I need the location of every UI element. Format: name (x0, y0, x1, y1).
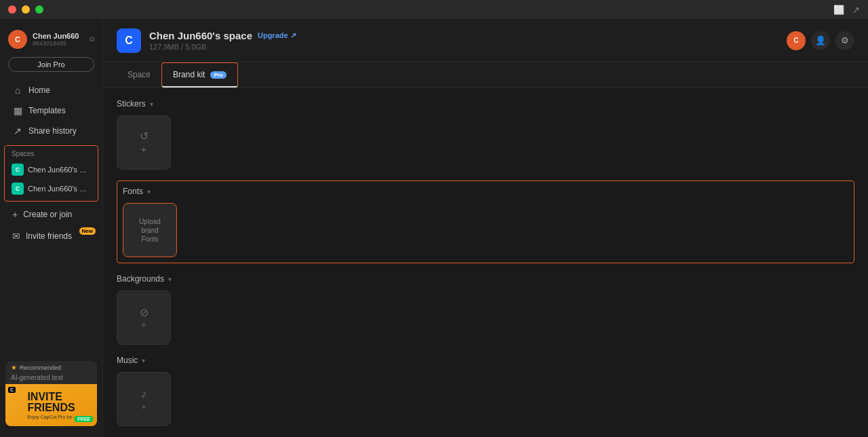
user-name: Chen Jun660 (33, 32, 84, 40)
stickers-section: Stickers ▾ ↺ + (117, 99, 854, 170)
templates-icon: ▦ (12, 105, 23, 116)
nav-item-home[interactable]: ⌂ Home (3, 80, 100, 100)
nav-home-label: Home (28, 86, 50, 95)
promo-enjoy-label: Enjoy CapCut Pro for - (27, 415, 75, 419)
user-section: C Chen Jun660 8643018495 ⧉ (0, 24, 102, 57)
header-actions: C 👤 ⚙ (787, 31, 854, 50)
maximize-button[interactable] (35, 5, 43, 14)
spaces-label: Spaces (7, 149, 95, 160)
join-pro-button[interactable]: Join Pro (8, 57, 94, 72)
promo-recommended: ★ Recommended (5, 361, 97, 374)
fonts-chevron: ▾ (147, 188, 151, 195)
sticker-add-card[interactable]: ↺ + (117, 115, 171, 170)
music-chevron: ▾ (142, 357, 145, 364)
space-storage: 127.9MB / 5.0GB (149, 43, 787, 51)
space-item-2[interactable]: C Chen Jun660's sp... (7, 179, 95, 198)
share-history-icon: ↗ (12, 126, 23, 136)
tab-brand-kit[interactable]: Brand kit Pro (161, 62, 238, 88)
space-avatar-1: C (12, 164, 24, 176)
backgrounds-grid: ⊘ + (117, 290, 854, 345)
invite-friends-label: Invite friends (26, 231, 72, 241)
backgrounds-title: Backgrounds (117, 274, 164, 284)
music-add-card[interactable]: ♪ + (117, 372, 171, 426)
promo-image: C INVITE FRIENDS Enjoy CapCut Pro for - … (5, 384, 97, 426)
tab-brand-kit-label: Brand kit (173, 70, 205, 79)
user-info: Chen Jun660 8643018495 (33, 32, 84, 47)
sticker-add-icon: + (140, 144, 146, 156)
background-add-card[interactable]: ⊘ + (117, 290, 171, 345)
stickers-chevron: ▾ (150, 100, 153, 108)
font-upload-card[interactable]: Upload brand Fonts (123, 203, 177, 257)
create-join-label: Create or join (23, 210, 72, 219)
sidebar: C Chen Jun660 8643018495 ⧉ Join Pro ⌂ Ho… (0, 19, 103, 437)
members-icon[interactable]: 👤 (811, 31, 830, 50)
minimize-button[interactable] (22, 5, 30, 14)
arrow-icon: ↗ (852, 5, 860, 15)
star-icon: ★ (11, 364, 17, 371)
space-header-info: Chen Jun660's space Upgrade ↗ 127.9MB / … (149, 30, 787, 51)
space-header-name: Chen Jun660's space Upgrade ↗ (149, 30, 787, 41)
titlebar: ⬜ ↗ (0, 0, 868, 19)
nav-item-share-history[interactable]: ↗ Share history (3, 121, 100, 141)
space-name-2: Chen Jun660's sp... (28, 185, 89, 193)
bg-add-icon: + (141, 320, 146, 330)
fonts-header: Fonts ▾ (123, 187, 848, 196)
fonts-section: Fonts ▾ Upload brand Fonts (117, 180, 854, 263)
promo-text-area: C INVITE FRIENDS Enjoy CapCut Pro for - … (5, 384, 97, 426)
header-avatar: C (787, 31, 806, 50)
space-name-header: Chen Jun660's space (149, 30, 252, 41)
invite-icon: ✉ (12, 231, 20, 242)
nav-templates-label: Templates (28, 106, 66, 115)
sticker-icon: ↺ (140, 130, 149, 142)
invite-friends-item[interactable]: ✉ Invite friends New (3, 226, 100, 246)
backgrounds-header: Backgrounds ▾ (117, 274, 854, 284)
backgrounds-section: Backgrounds ▾ ⊘ + (117, 274, 854, 345)
promo-logo: C (8, 387, 16, 393)
upload-line1: Upload (139, 218, 161, 225)
music-header: Music ▾ (117, 356, 854, 365)
music-grid: ♪ + (117, 372, 854, 426)
content-header: C Chen Jun660's space Upgrade ↗ 127.9MB … (103, 19, 868, 62)
space-item-1[interactable]: C Chen Jun660's sp... (7, 160, 95, 179)
fonts-grid: Upload brand Fonts (123, 203, 848, 257)
music-add-icon: + (141, 402, 146, 412)
promo-recommended-label: Recommended (20, 364, 61, 371)
space-avatar-2: C (12, 183, 24, 195)
bg-icon: ⊘ (140, 306, 149, 319)
music-section: Music ▾ ♪ + (117, 356, 854, 426)
music-icon: ♪ (141, 387, 147, 401)
promo-free-badge: FREE (75, 416, 93, 422)
promo-sub-label: AI-generated text (5, 374, 97, 384)
music-title: Music (117, 356, 138, 365)
upload-line3: Fonts (141, 235, 158, 243)
backgrounds-chevron: ▾ (168, 276, 172, 283)
plus-icon: + (12, 209, 18, 220)
content-area: C Chen Jun660's space Upgrade ↗ 127.9MB … (103, 19, 868, 437)
stickers-header: Stickers ▾ (117, 99, 854, 109)
promo-card[interactable]: ★ Recommended AI-generated text C INVITE… (5, 361, 97, 426)
nav-item-templates[interactable]: ▦ Templates (3, 100, 100, 121)
close-button[interactable] (8, 5, 16, 14)
create-join-item[interactable]: + Create or join (3, 204, 100, 225)
tab-space[interactable]: Space (117, 63, 161, 88)
upgrade-link[interactable]: Upgrade ↗ (258, 31, 296, 40)
stickers-title: Stickers (117, 99, 146, 109)
pro-badge: Pro (210, 71, 226, 79)
spaces-section: Spaces C Chen Jun660's sp... C Chen Jun6… (4, 145, 98, 202)
promo-invite-line1: INVITE (27, 392, 75, 402)
app-body: C Chen Jun660 8643018495 ⧉ Join Pro ⌂ Ho… (0, 19, 868, 437)
tab-bar: Space Brand kit Pro (103, 62, 868, 88)
main-panel: Stickers ▾ ↺ + Fonts ▾ (103, 88, 868, 437)
upload-line2: brand (141, 227, 159, 234)
promo-invite-line2: FRIENDS (27, 402, 75, 413)
space-icon-large: C (117, 28, 141, 53)
copy-icon[interactable]: ⧉ (90, 35, 94, 43)
user-id: 8643018495 (33, 40, 84, 47)
fonts-title: Fonts (123, 187, 143, 196)
space-name-1: Chen Jun660's sp... (28, 166, 89, 174)
stickers-grid: ↺ + (117, 115, 854, 170)
avatar: C (8, 30, 27, 49)
settings-icon[interactable]: ⚙ (835, 31, 854, 50)
window-icon: ⬜ (833, 5, 844, 15)
nav-share-label: Share history (28, 126, 77, 136)
